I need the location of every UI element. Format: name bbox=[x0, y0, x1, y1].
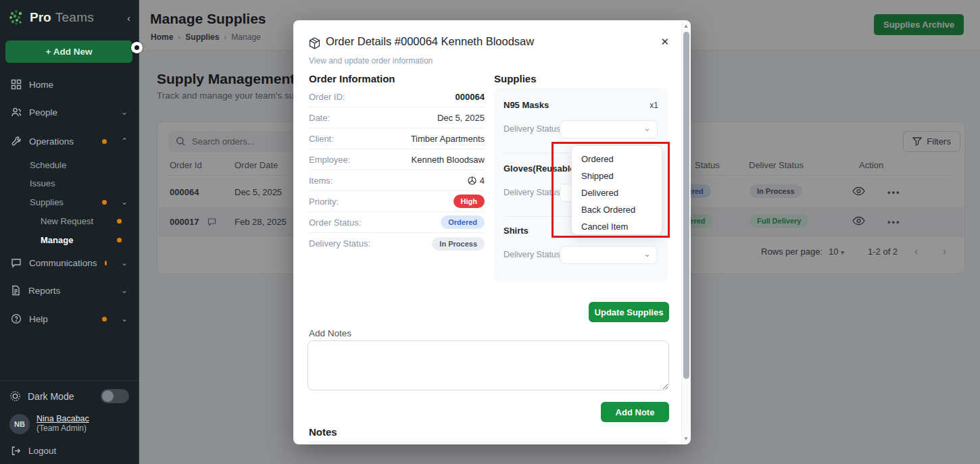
scrollbar-thumb[interactable] bbox=[683, 32, 689, 379]
sidebar-item-schedule[interactable]: Schedule bbox=[0, 155, 139, 174]
field-value: 4 bbox=[468, 176, 485, 186]
modal-scrollbar[interactable]: ▲ ▼ bbox=[681, 21, 690, 444]
notification-dot bbox=[105, 261, 107, 265]
supply-item-name: N95 Masks bbox=[504, 100, 549, 110]
sidebar-item-issues[interactable]: Issues bbox=[0, 174, 139, 192]
brand-logo-icon bbox=[8, 9, 26, 26]
order-info-row: Delivery Status: In Process bbox=[309, 233, 485, 254]
notification-dot bbox=[102, 139, 107, 144]
sidebar-item-label: New Request bbox=[41, 216, 93, 226]
order-info-row: Order ID: 000064 bbox=[309, 86, 485, 107]
chevron-down-icon: ⌄ bbox=[121, 286, 128, 295]
dropdown-option-ordered[interactable]: Ordered bbox=[572, 151, 662, 167]
field-label: Order ID: bbox=[309, 92, 345, 102]
cursor-indicator bbox=[131, 42, 143, 53]
sidebar-item-manage[interactable]: Manage bbox=[0, 231, 139, 249]
brand-name-bold: Pro bbox=[30, 10, 51, 25]
dropdown-option-cancel-item[interactable]: Cancel Item bbox=[572, 218, 662, 235]
sidebar-item-label: Issues bbox=[30, 178, 55, 188]
sidebar-item-communications[interactable]: Communications ⌄ bbox=[0, 249, 139, 276]
delivery-status-label: Delivery Status: bbox=[504, 250, 563, 259]
notification-dot bbox=[117, 238, 122, 242]
dropdown-option-back-ordered[interactable]: Back Ordered bbox=[572, 201, 662, 218]
field-label: Priority: bbox=[309, 197, 339, 207]
order-details-modal: Order Details #000064 Kenneth Bloodsaw ✕… bbox=[293, 20, 691, 444]
delivery-status-badge: In Process bbox=[432, 237, 485, 251]
scroll-down-icon[interactable]: ▼ bbox=[682, 436, 690, 442]
chevron-up-icon: ⌃ bbox=[121, 136, 128, 146]
logout-label: Logout bbox=[28, 446, 56, 456]
field-value: 000064 bbox=[456, 92, 485, 102]
sidebar-item-home[interactable]: Home bbox=[0, 72, 139, 97]
sidebar-footer: Dark Mode NB Nina Bacabac (Team Admin) L… bbox=[0, 380, 139, 464]
logout-icon bbox=[11, 446, 21, 456]
delivery-status-select[interactable]: ⌄ bbox=[560, 120, 658, 138]
field-value: Dec 5, 2025 bbox=[437, 113, 485, 123]
order-info-row: Client: Timber Apartments bbox=[309, 128, 485, 149]
delivery-status-dropdown: Ordered Shipped Delivered Back Ordered C… bbox=[571, 145, 662, 235]
add-notes-label: Add Notes bbox=[309, 328, 351, 338]
sidebar-item-label: Schedule bbox=[30, 160, 66, 170]
sidebar-item-people[interactable]: People ⌄ bbox=[0, 97, 139, 127]
notification-dot bbox=[117, 219, 122, 224]
chevron-down-icon: ⌄ bbox=[121, 197, 128, 207]
dark-mode-label: Dark Mode bbox=[28, 391, 74, 402]
modal-subtitle: View and update order information bbox=[309, 56, 433, 66]
people-icon bbox=[11, 107, 22, 118]
user-name-link[interactable]: Nina Bacabac bbox=[36, 414, 89, 423]
order-info-row: Items: 4 bbox=[309, 170, 485, 191]
sidebar-item-label: Manage bbox=[41, 235, 73, 245]
dropdown-option-delivered[interactable]: Delivered bbox=[572, 184, 662, 201]
chevron-down-icon: ⌄ bbox=[121, 258, 128, 267]
supply-item-name: Shirts bbox=[504, 226, 529, 236]
sidebar-item-operations[interactable]: Operations ⌃ bbox=[0, 127, 139, 155]
sidebar-item-label: Communications bbox=[29, 258, 97, 268]
chevron-down-icon: ⌄ bbox=[121, 314, 128, 324]
toggle-knob bbox=[102, 390, 114, 402]
chevron-down-icon: ⌄ bbox=[121, 107, 128, 117]
sidebar-collapse-icon[interactable]: ‹ bbox=[127, 12, 130, 24]
field-label: Items: bbox=[309, 176, 333, 186]
sidebar-item-new-request[interactable]: New Request bbox=[0, 211, 139, 231]
app-root: ProTeams ‹ + Add New Home People ⌄ Opera… bbox=[0, 0, 980, 464]
user-row[interactable]: NB Nina Bacabac (Team Admin) bbox=[0, 409, 139, 440]
sun-icon bbox=[9, 390, 21, 402]
order-info-list: Order ID: 000064 Date: Dec 5, 2025 Clien… bbox=[309, 86, 485, 254]
sidebar-item-supplies[interactable]: Supplies ⌄ bbox=[0, 192, 139, 211]
document-icon bbox=[11, 285, 21, 296]
field-label: Delivery Status: bbox=[309, 238, 370, 249]
field-value: Timber Apartments bbox=[411, 134, 485, 144]
supplies-heading: Supplies bbox=[494, 73, 537, 84]
order-info-heading: Order Information bbox=[309, 73, 395, 84]
priority-badge: High bbox=[454, 195, 485, 208]
order-info-row: Order Status: Ordered bbox=[309, 212, 485, 233]
dark-mode-row: Dark Mode bbox=[0, 381, 139, 409]
package-icon bbox=[309, 37, 320, 49]
field-label: Date: bbox=[309, 113, 330, 123]
close-icon[interactable]: ✕ bbox=[660, 36, 669, 48]
update-supplies-button[interactable]: Update Supplies bbox=[589, 302, 669, 322]
scroll-up-icon[interactable]: ▲ bbox=[682, 23, 690, 29]
add-note-button[interactable]: Add Note bbox=[601, 402, 669, 422]
field-label: Client: bbox=[309, 134, 334, 144]
supply-item-name: Gloves(Reusable bbox=[504, 163, 575, 174]
notification-dot bbox=[102, 200, 107, 205]
sidebar-item-label: Operations bbox=[29, 136, 74, 147]
logout-button[interactable]: Logout bbox=[0, 440, 139, 464]
field-value: Kenneth Bloodsaw bbox=[412, 155, 485, 165]
add-notes-textarea[interactable] bbox=[308, 340, 669, 390]
add-new-button[interactable]: + Add New bbox=[5, 41, 132, 63]
sidebar-item-reports[interactable]: Reports ⌄ bbox=[0, 276, 139, 305]
chevron-down-icon: ⌄ bbox=[643, 249, 651, 259]
divider bbox=[308, 442, 668, 442]
brand: ProTeams ‹ bbox=[0, 0, 139, 35]
dark-mode-toggle[interactable] bbox=[101, 389, 129, 403]
delivery-status-select[interactable]: ⌄ bbox=[560, 246, 658, 264]
sidebar: ProTeams ‹ + Add New Home People ⌄ Opera… bbox=[0, 0, 139, 464]
dropdown-option-shipped[interactable]: Shipped bbox=[572, 167, 662, 184]
sidebar-item-help[interactable]: Help ⌄ bbox=[0, 305, 139, 333]
sidebar-item-label: Supplies bbox=[30, 197, 64, 207]
user-role: (Team Admin) bbox=[36, 423, 89, 433]
order-status-badge: Ordered bbox=[441, 215, 485, 229]
supply-item-qty: x1 bbox=[650, 101, 658, 110]
